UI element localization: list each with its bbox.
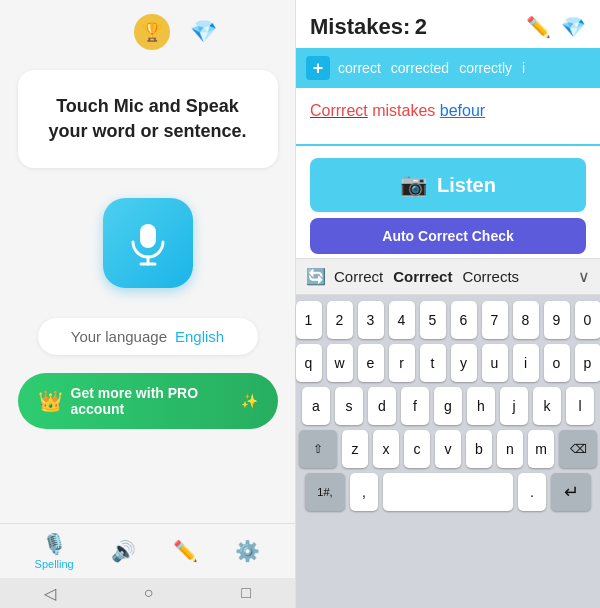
home-nav[interactable]: ○ [144, 584, 154, 602]
edit-icon[interactable]: ✏️ [526, 15, 551, 39]
correction-area: Corrrect mistakes befour [296, 90, 600, 140]
key-7[interactable]: 7 [482, 301, 508, 339]
spelling-label: Spelling [35, 558, 74, 570]
key-f[interactable]: f [401, 387, 429, 425]
auto-correct-button[interactable]: Auto Correct Check [310, 218, 586, 254]
spelling-toolbar-item[interactable]: 🎙️ Spelling [35, 532, 74, 570]
settings-toolbar-item[interactable]: ⚙️ [235, 539, 260, 563]
svg-rect-0 [140, 224, 156, 248]
key-c[interactable]: c [404, 430, 430, 468]
left-top-icons: 🏆 💎 [134, 0, 222, 60]
pencil-icon: ✏️ [173, 539, 198, 563]
key-x[interactable]: x [373, 430, 399, 468]
key-9[interactable]: 9 [544, 301, 570, 339]
spell-suggestion-bar: 🔄 Correct Corrrect Corrects ∨ [296, 258, 600, 295]
shift-key[interactable]: ⇧ [299, 430, 337, 468]
mic-small-icon: 🎙️ [42, 532, 67, 556]
comma-key[interactable]: , [350, 473, 378, 511]
mistakes-count: 2 [415, 14, 427, 39]
misspelled-word2[interactable]: befour [440, 102, 485, 119]
key-m[interactable]: m [528, 430, 554, 468]
back-nav[interactable]: ◁ [44, 584, 56, 603]
autocorrect-words: correct corrected correctly i [338, 60, 525, 76]
correction-middle: mistakes [372, 102, 440, 119]
trophy-icon[interactable]: 🏆 [134, 14, 170, 50]
volume-icon: 🔊 [111, 539, 136, 563]
key-l[interactable]: l [566, 387, 594, 425]
expand-icon[interactable]: ∨ [578, 267, 590, 286]
enter-key[interactable]: ↵ [551, 473, 591, 511]
key-3[interactable]: 3 [358, 301, 384, 339]
misspelled-word1[interactable]: Corrrect [310, 102, 368, 119]
mistakes-label: Mistakes: [310, 14, 410, 39]
key-v[interactable]: v [435, 430, 461, 468]
plus-button[interactable]: + [306, 56, 330, 80]
key-r[interactable]: r [389, 344, 415, 382]
edit-toolbar-item[interactable]: ✏️ [173, 539, 198, 563]
bottom-toolbar: 🎙️ Spelling 🔊 ✏️ ⚙️ [0, 523, 295, 578]
key-i[interactable]: i [513, 344, 539, 382]
volume-toolbar-item[interactable]: 🔊 [111, 539, 136, 563]
autocorrect-bar: + correct corrected correctly i [296, 48, 600, 88]
language-bar: Your language English [38, 318, 258, 355]
key-o[interactable]: o [544, 344, 570, 382]
word-i[interactable]: i [522, 60, 525, 76]
key-n[interactable]: n [497, 430, 523, 468]
key-w[interactable]: w [327, 344, 353, 382]
divider [296, 144, 600, 146]
right-header: Mistakes: 2 ✏️ 💎 [296, 0, 600, 48]
suggestion-corrects[interactable]: Corrects [462, 268, 519, 285]
word-correctly[interactable]: correctly [459, 60, 512, 76]
key-z[interactable]: z [342, 430, 368, 468]
auto-label: Auto Correct Check [382, 228, 513, 244]
suggestion-corrrect[interactable]: Corrrect [393, 268, 452, 285]
listen-label: Listen [437, 174, 496, 197]
key-6[interactable]: 6 [451, 301, 477, 339]
instruction-box: Touch Mic and Speak your word or sentenc… [18, 70, 278, 168]
pro-banner[interactable]: 👑 Get more with PRO account ✨ [18, 373, 278, 429]
right-header-icons: ✏️ 💎 [526, 15, 586, 39]
key-a[interactable]: a [302, 387, 330, 425]
key-0[interactable]: 0 [575, 301, 601, 339]
nav-bar: ◁ ○ □ [0, 578, 295, 608]
suggestion-correct[interactable]: Correct [334, 268, 383, 285]
key-1[interactable]: 1 [296, 301, 322, 339]
key-p[interactable]: p [575, 344, 601, 382]
key-h[interactable]: h [467, 387, 495, 425]
word-corrected[interactable]: corrected [391, 60, 449, 76]
key-u[interactable]: u [482, 344, 508, 382]
crown-icon: 👑 [38, 389, 63, 413]
key-d[interactable]: d [368, 387, 396, 425]
key-k[interactable]: k [533, 387, 561, 425]
spell-icon: 🔄 [306, 267, 326, 286]
key-row-numbers: 1 2 3 4 5 6 7 8 9 0 [300, 301, 596, 339]
key-q[interactable]: q [296, 344, 322, 382]
key-5[interactable]: 5 [420, 301, 446, 339]
listen-button[interactable]: 📷 Listen [310, 158, 586, 212]
key-g[interactable]: g [434, 387, 462, 425]
key-s[interactable]: s [335, 387, 363, 425]
key-j[interactable]: j [500, 387, 528, 425]
pro-text: Get more with PRO account [71, 385, 233, 417]
key-e[interactable]: e [358, 344, 384, 382]
language-value[interactable]: English [175, 328, 224, 345]
space-key[interactable] [383, 473, 513, 511]
word-correct[interactable]: correct [338, 60, 381, 76]
keyboard: 1 2 3 4 5 6 7 8 9 0 q w e r t y u i o p … [296, 295, 600, 608]
key-t[interactable]: t [420, 344, 446, 382]
mic-button[interactable] [103, 198, 193, 288]
num-switch-key[interactable]: 1#, [305, 473, 345, 511]
key-y[interactable]: y [451, 344, 477, 382]
delete-key[interactable]: ⌫ [559, 430, 597, 468]
key-4[interactable]: 4 [389, 301, 415, 339]
key-2[interactable]: 2 [327, 301, 353, 339]
diamond-icon-right[interactable]: 💎 [561, 15, 586, 39]
key-8[interactable]: 8 [513, 301, 539, 339]
diamond-icon-left[interactable]: 💎 [186, 14, 222, 50]
listen-icon: 📷 [400, 172, 427, 198]
instruction-text: Touch Mic and Speak your word or sentenc… [48, 96, 246, 141]
square-nav[interactable]: □ [241, 584, 251, 602]
key-b[interactable]: b [466, 430, 492, 468]
gear-icon: ⚙️ [235, 539, 260, 563]
period-key[interactable]: . [518, 473, 546, 511]
